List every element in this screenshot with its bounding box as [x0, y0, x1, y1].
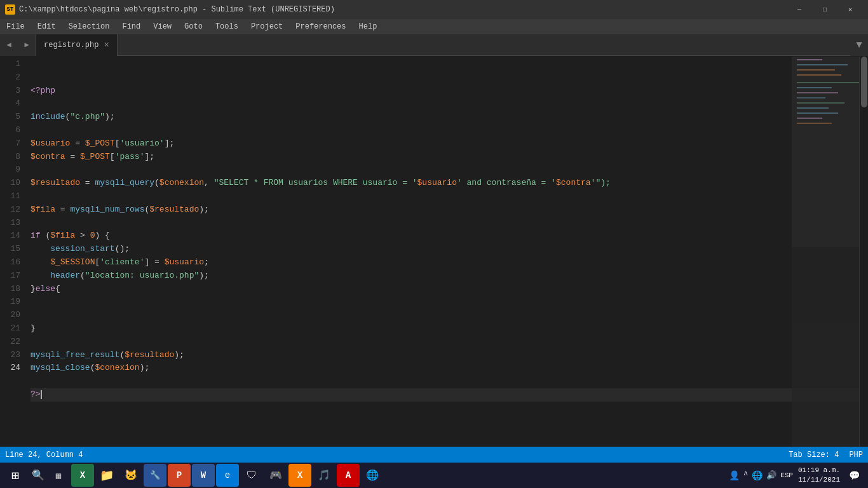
- menu-preferences[interactable]: Preferences: [289, 19, 352, 34]
- code-line-13: session_start();: [31, 243, 859, 256]
- status-right: Tab Size: 4 PHP: [789, 451, 863, 459]
- notification-icon: 💬: [849, 470, 860, 481]
- tab-spacer: [118, 55, 850, 56]
- line-numbers: 123456789101112131415161718192021222324: [0, 57, 25, 447]
- menu-bar: File Edit Selection Find View Goto Tools…: [0, 19, 868, 34]
- line-number-1: 1: [0, 58, 20, 71]
- taskbar-tool1[interactable]: 🔧: [144, 464, 166, 487]
- svg-rect-14: [792, 57, 868, 247]
- line-col-status: Line 24, Column 4: [5, 451, 83, 459]
- maximize-button[interactable]: □: [812, 0, 837, 19]
- system-clock[interactable]: 01:19 a.m. 11/11/2021: [798, 466, 840, 485]
- menu-edit[interactable]: Edit: [31, 19, 62, 34]
- tab-bar: ◀ ▶ registro.php × ▼: [0, 34, 868, 57]
- code-line-18: [31, 309, 859, 322]
- line-number-14: 14: [0, 229, 20, 243]
- tab-registro-php[interactable]: registro.php ×: [36, 34, 118, 56]
- text-cursor: [41, 390, 42, 399]
- menu-goto[interactable]: Goto: [178, 19, 209, 34]
- editor-container: 123456789101112131415161718192021222324 …: [0, 57, 868, 447]
- line-number-17: 17: [0, 269, 20, 283]
- line-number-9: 9: [0, 163, 20, 177]
- code-line-12: if ($fila > 0) {: [31, 229, 859, 243]
- code-line-5: $usuario = $_POST['usuario'];: [31, 137, 859, 151]
- line-number-19: 19: [0, 295, 20, 309]
- taskbar-excel[interactable]: X: [71, 464, 94, 487]
- app-icon: ST: [5, 4, 15, 15]
- taskbar-powerpoint[interactable]: P: [168, 464, 191, 487]
- line-number-16: 16: [0, 256, 20, 269]
- code-line-23: [31, 375, 859, 388]
- line-number-13: 13: [0, 217, 20, 230]
- taskbar-explorer[interactable]: 📁: [95, 464, 118, 487]
- line-number-15: 15: [0, 243, 20, 256]
- status-left: Line 24, Column 4: [5, 451, 83, 459]
- clock-date: 11/11/2021: [798, 475, 840, 485]
- code-line-9: [31, 190, 859, 203]
- task-view-button[interactable]: ▦: [48, 464, 69, 487]
- line-number-10: 10: [0, 177, 20, 190]
- tray-network-icon[interactable]: 🌐: [752, 470, 763, 481]
- menu-project[interactable]: Project: [245, 19, 289, 34]
- tab-label: registro.php: [44, 41, 98, 50]
- tray-lang[interactable]: ESP: [780, 471, 793, 479]
- taskbar-game[interactable]: 🎮: [264, 464, 287, 487]
- tab-scroll-right[interactable]: ▶: [18, 34, 36, 56]
- menu-file[interactable]: File: [0, 19, 31, 34]
- line-number-21: 21: [0, 322, 20, 336]
- close-button[interactable]: ✕: [837, 0, 863, 19]
- tray-expand-icon[interactable]: ^: [743, 471, 748, 480]
- taskbar-media[interactable]: 🎵: [313, 464, 336, 487]
- title-bar: ST C:\xampp\htdocs\pagina web\registro.p…: [0, 0, 868, 19]
- code-line-16: }else{: [31, 283, 859, 296]
- task-view-icon: ▦: [56, 470, 61, 481]
- line-number-8: 8: [0, 151, 20, 164]
- line-number-2: 2: [0, 71, 20, 85]
- tray-volume-icon[interactable]: 🔊: [766, 470, 776, 480]
- line-number-12: 12: [0, 203, 20, 217]
- taskbar-notepad[interactable]: 🐱: [119, 464, 142, 487]
- window-title: C:\xampp\htdocs\pagina web\registro.php …: [19, 5, 787, 14]
- tray-people-icon[interactable]: 👤: [729, 470, 740, 481]
- line-number-24: 24: [0, 362, 20, 375]
- tab-scroll-left[interactable]: ◀: [0, 34, 18, 56]
- code-line-10: $fila = mysqli_num_rows($resultado);: [31, 203, 859, 217]
- search-button[interactable]: 🔍: [28, 465, 48, 485]
- start-button[interactable]: ⊞: [3, 463, 28, 488]
- start-icon: ⊞: [11, 468, 19, 484]
- line-number-20: 20: [0, 309, 20, 322]
- line-number-4: 4: [0, 97, 20, 111]
- menu-tools[interactable]: Tools: [209, 19, 245, 34]
- minimize-button[interactable]: ─: [787, 0, 812, 19]
- code-editor[interactable]: <?php include("c.php"); $usuario = $_POS…: [25, 57, 859, 447]
- taskbar: ⊞ 🔍 ▦ X 📁 🐱 🔧 P W e: [0, 463, 868, 488]
- taskbar-apps: X 📁 🐱 🔧 P W e 🛡 🎮: [69, 464, 386, 487]
- taskbar-antivirus[interactable]: 🛡: [240, 464, 263, 487]
- menu-help[interactable]: Help: [353, 19, 384, 34]
- taskbar-xampp[interactable]: X: [288, 464, 311, 487]
- code-line-17: [31, 295, 859, 309]
- system-tray: 👤 ^ 🌐 🔊 ESP 01:19 a.m. 11/11/2021 💬: [729, 463, 865, 488]
- code-line-8: $resultado = mysqli_query($conexion, "SE…: [31, 177, 859, 190]
- code-line-24: ?>: [31, 388, 859, 402]
- clock-time: 01:19 a.m.: [798, 466, 840, 475]
- tab-dropdown-button[interactable]: ▼: [850, 34, 868, 56]
- taskbar-edge[interactable]: e: [216, 464, 239, 487]
- scrollbar[interactable]: [859, 57, 868, 447]
- line-number-23: 23: [0, 349, 20, 362]
- code-line-15: header("location: usuario.php");: [31, 269, 859, 283]
- code-line-22: mysqli_close($conexion);: [31, 362, 859, 375]
- line-number-18: 18: [0, 283, 20, 296]
- taskbar-acrobat[interactable]: A: [337, 464, 360, 487]
- taskbar-chrome[interactable]: 🌐: [361, 464, 384, 487]
- menu-selection[interactable]: Selection: [62, 19, 116, 34]
- notification-button[interactable]: 💬: [845, 463, 863, 488]
- menu-find[interactable]: Find: [116, 19, 147, 34]
- code-line-2: [31, 97, 859, 111]
- code-line-21: mysqli_free_result($resultado);: [31, 349, 859, 362]
- taskbar-word[interactable]: W: [192, 464, 215, 487]
- line-number-5: 5: [0, 111, 20, 124]
- menu-view[interactable]: View: [147, 19, 178, 34]
- tab-close-button[interactable]: ×: [104, 40, 109, 50]
- minimap: [792, 57, 868, 447]
